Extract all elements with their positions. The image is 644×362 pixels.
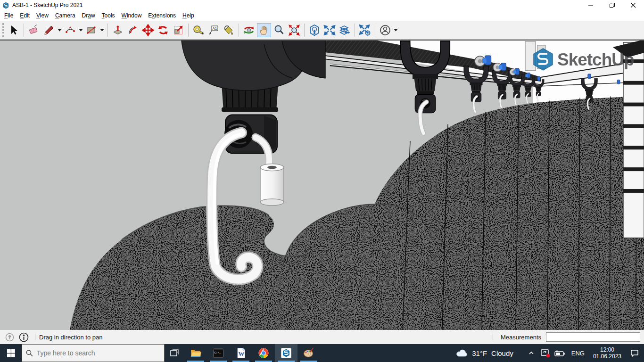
tray-chevron-button[interactable]	[525, 350, 537, 356]
share-component-button[interactable]	[338, 23, 352, 37]
zoom-extents-icon	[288, 24, 300, 36]
taskbar-word[interactable]: W	[230, 344, 252, 362]
menu-window[interactable]: Window	[118, 11, 145, 20]
rotate-tool-button[interactable]	[156, 23, 170, 37]
3d-warehouse-icon	[308, 24, 321, 36]
tape-measure-icon	[192, 24, 205, 36]
line-tool-dropdown[interactable]	[57, 23, 63, 37]
3d-warehouse-button[interactable]	[307, 23, 322, 37]
offset-tool-button[interactable]	[126, 23, 140, 37]
sketchup-window: ASB-1 - SketchUp Pro 2021 FileEditViewCa…	[0, 0, 644, 362]
word-icon: W	[235, 347, 247, 359]
windows-logo-icon	[7, 349, 15, 357]
push-pull-icon	[112, 24, 124, 36]
task-view-icon	[170, 348, 179, 358]
menu-camera[interactable]: Camera	[52, 11, 79, 20]
chevron-down-icon	[100, 29, 104, 32]
menu-help[interactable]: Help	[179, 11, 198, 20]
text-tool-icon: A1	[207, 24, 220, 36]
sign-in-dropdown[interactable]	[393, 23, 399, 37]
tray-battery-button[interactable]	[553, 349, 566, 357]
menu-view[interactable]: View	[33, 11, 52, 20]
eraser-tool-button[interactable]	[27, 23, 41, 37]
cloud-icon	[456, 349, 468, 357]
restore-icon	[610, 3, 615, 8]
rotate-icon	[157, 24, 169, 36]
measurements-input[interactable]	[546, 332, 640, 342]
sketchup-watermark: SketchUp	[534, 49, 634, 70]
zoom-tool-button[interactable]	[272, 23, 286, 37]
file-explorer-icon	[190, 347, 202, 359]
line-tool-button[interactable]	[42, 23, 56, 37]
menu-bar: FileEditViewCameraDrawToolsWindowExtensi…	[0, 10, 644, 21]
menu-draw[interactable]: Draw	[79, 11, 99, 20]
menu-file[interactable]: File	[1, 11, 17, 20]
taskbar-search[interactable]	[22, 344, 165, 362]
rectangle-tool-button[interactable]	[84, 23, 99, 37]
rectangle-icon	[85, 24, 98, 36]
window-title: ASB-1 - SketchUp Pro 2021	[12, 2, 580, 8]
search-input[interactable]	[37, 349, 160, 357]
taskbar: C:\_ W 31°F Cloudy EN	[0, 344, 644, 362]
chevron-down-icon	[79, 29, 83, 32]
menu-tools[interactable]: Tools	[99, 11, 118, 20]
clock-date: 01.06.2023	[593, 353, 621, 360]
model-canvas: SketchUp	[0, 41, 644, 330]
tray-screen-app-button[interactable]	[539, 348, 552, 358]
chevron-up-icon	[528, 350, 535, 356]
language-indicator[interactable]: ENG	[568, 350, 588, 357]
credits-info-icon[interactable]	[19, 332, 29, 342]
zoom-extents-tool-button[interactable]	[287, 23, 301, 37]
sign-in-button[interactable]	[378, 23, 392, 37]
taskbar-file-explorer[interactable]	[184, 344, 207, 362]
geolocation-icon[interactable]	[5, 333, 14, 342]
orbit-tool-button[interactable]	[242, 23, 256, 37]
paint-bucket-tool-button[interactable]	[222, 23, 236, 37]
restore-button[interactable]	[602, 0, 623, 10]
task-view-button[interactable]	[165, 344, 184, 362]
start-button[interactable]	[0, 344, 22, 362]
offset-icon	[127, 24, 139, 36]
svg-text:A1: A1	[213, 26, 217, 31]
menu-edit[interactable]: Edit	[17, 11, 33, 20]
pencil-icon	[43, 25, 55, 36]
close-button[interactable]	[623, 0, 644, 10]
screen-notification-icon	[540, 348, 551, 358]
rectangle-tool-dropdown[interactable]	[99, 23, 105, 37]
toolbar: A1	[0, 21, 644, 40]
action-center-button[interactable]	[625, 348, 644, 358]
taskbar-clock[interactable]: 12:00 01.06.2023	[589, 346, 625, 360]
svg-text:W: W	[239, 350, 245, 357]
move-tool-button[interactable]	[141, 23, 155, 37]
taskbar-weather[interactable]: 31°F Cloudy	[456, 349, 518, 357]
taskbar-chrome[interactable]	[252, 344, 275, 362]
share-model-icon	[323, 24, 336, 36]
scale-tool-button[interactable]	[171, 23, 185, 37]
text-tool-button[interactable]: A1	[206, 23, 221, 37]
extension-warehouse-button[interactable]	[358, 23, 372, 37]
taskbar-command-prompt[interactable]: C:\_	[207, 344, 230, 362]
minimize-button[interactable]	[580, 0, 602, 10]
push-pull-tool-button[interactable]	[111, 23, 125, 37]
menu-extensions[interactable]: Extensions	[145, 11, 179, 20]
select-tool-button[interactable]	[7, 23, 21, 37]
sketchup-app-icon	[2, 2, 9, 9]
paint-bucket-icon	[223, 24, 235, 36]
close-icon	[631, 3, 636, 8]
arc-tool-dropdown[interactable]	[78, 23, 84, 37]
pan-tool-button[interactable]	[257, 23, 271, 37]
clock-time: 12:00	[593, 346, 621, 353]
tape-measure-tool-button[interactable]	[191, 23, 206, 37]
arc-icon	[64, 24, 76, 36]
chevron-down-icon	[394, 29, 398, 32]
toolbar-grip[interactable]	[2, 23, 4, 37]
command-prompt-icon: C:\_	[212, 347, 224, 359]
extension-warehouse-icon	[359, 24, 371, 36]
taskbar-sketchup[interactable]	[275, 344, 297, 362]
arc-tool-button[interactable]	[63, 23, 77, 37]
share-model-button[interactable]	[322, 23, 337, 37]
measurements-label: Measurements	[501, 334, 541, 341]
scale-icon	[172, 24, 184, 36]
viewport-3d-scene[interactable]: SketchUp	[0, 40, 644, 330]
taskbar-paint[interactable]	[297, 344, 320, 362]
